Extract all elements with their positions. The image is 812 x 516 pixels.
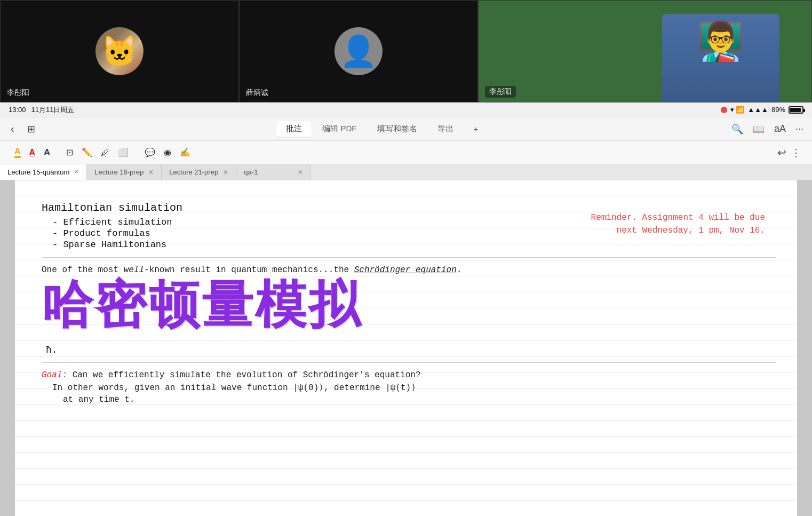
annotation-bar: A A A ⊡ ✏️ 🖊 ⬜ 💬 ◉ ✍: [0, 141, 812, 164]
search-button[interactable]: 🔍: [729, 121, 745, 137]
status-right: ▾ 📶 ▲▲▲ 89%: [721, 106, 803, 114]
participant-panel-1: 李彤阳: [0, 0, 239, 102]
doc-reminder: Reminder. Assignment 4 will be due next …: [591, 211, 765, 237]
doc-tab-lecture16-label: Lecture 16-prep: [94, 168, 144, 176]
wifi-signal: ▲▲▲: [747, 106, 768, 114]
grid-view-button[interactable]: ⊞: [23, 121, 39, 137]
camera-background: NOTE ~ψ(t)→ ∫ dτ 👨‍🏫: [479, 1, 811, 102]
doc-reminder-line2: next Wednesday, 1 pm, Nov 16.: [591, 224, 765, 237]
doc-body-text: One of the most well-known result in qua…: [42, 265, 776, 275]
wifi-icon: ▾ 📶: [730, 106, 745, 114]
text-highlight-yellow-button[interactable]: A: [11, 144, 25, 161]
eraser-icon: ⬜: [118, 147, 129, 157]
insert-box-icon: ⊡: [66, 147, 73, 157]
speech-bubble-icon: 💬: [145, 147, 155, 157]
doc-reminder-line1: Reminder. Assignment 4 will be due: [591, 211, 765, 224]
goal-text: Can we efficiently simulate the evolutio…: [73, 370, 421, 380]
back-icon: ‹: [11, 123, 14, 135]
record-indicator: [721, 107, 727, 113]
eraser-button[interactable]: ⬜: [114, 145, 132, 160]
doc-separator-1: [42, 257, 776, 258]
avatar-gray-image: [335, 27, 383, 75]
doc-right-margin: [797, 180, 812, 516]
book-button[interactable]: 📖: [751, 121, 767, 137]
text-yellow-icon: A: [14, 147, 21, 158]
text-size-label: aA: [774, 123, 786, 134]
tab-export[interactable]: 导出: [428, 121, 463, 137]
search-icon: 🔍: [731, 124, 743, 134]
doc-tab-lecture21-close[interactable]: ✕: [223, 169, 228, 176]
doc-tab-lecture15-label: Lecture 15-quantum: [7, 168, 69, 176]
doc-tab-lecture15[interactable]: Lecture 15-quantum ✕: [0, 164, 87, 180]
toolbar-tabs: 批注 编辑 PDF 填写和签名 导出 +: [44, 121, 721, 137]
pencil-button[interactable]: ✏️: [78, 145, 96, 160]
doc-area: Hamiltonian simulation - Efficient simul…: [0, 180, 812, 516]
more-button[interactable]: ···: [793, 121, 806, 137]
text-size-button[interactable]: aA: [772, 121, 788, 137]
status-time: 13:00: [9, 106, 26, 114]
avatar-1: [95, 27, 144, 75]
toolbar-right: 🔍 📖 aA ···: [729, 121, 806, 137]
doc-goal-line: Goal: Can we efficiently simulate the ev…: [42, 370, 776, 380]
doc-tabs: Lecture 15-quantum ✕ Lecture 16-prep ✕ L…: [0, 164, 812, 180]
video-bar: 李彤阳 薛炳诚 NOTE ~ψ(t)→ ∫ dτ 👨‍🏫 李彤阳: [0, 0, 812, 102]
tab-annotate[interactable]: 批注: [276, 121, 312, 137]
text-underline-button[interactable]: A: [26, 145, 39, 160]
doc-separator-2: [42, 362, 776, 363]
back-button[interactable]: ‹: [6, 121, 19, 137]
tab-fill-sign[interactable]: 填写和签名: [368, 121, 427, 137]
doc-content: Hamiltonian simulation - Efficient simul…: [42, 196, 776, 404]
highlighter-button[interactable]: 🖊: [97, 145, 113, 160]
doc-tab-qa1-label: qa-1: [244, 168, 258, 176]
app-toolbar: ‹ ⊞ 批注 编辑 PDF 填写和签名 导出 + 🔍 📖 aA ···: [0, 117, 812, 141]
doc-tab-lecture16[interactable]: Lecture 16-prep ✕: [87, 164, 162, 180]
participant-panel-3: NOTE ~ψ(t)→ ∫ dτ 👨‍🏫 李彤阳: [478, 0, 812, 102]
stamp-annotation-group: 💬 ◉ ✍: [141, 145, 194, 160]
doc-page: Hamiltonian simulation - Efficient simul…: [15, 180, 797, 516]
highlighter-icon: 🖊: [101, 148, 109, 157]
book-icon: 📖: [753, 124, 765, 134]
status-bar: 13:00 11月11日周五 ▾ 📶 ▲▲▲ 89%: [0, 102, 812, 117]
insert-box-button[interactable]: ⊡: [62, 145, 77, 160]
doc-tab-lecture16-close[interactable]: ✕: [148, 169, 154, 176]
battery-icon: [789, 106, 803, 114]
signature-button[interactable]: ✍: [176, 145, 194, 160]
doc-body2: In other words, given an initial wave fu…: [52, 382, 776, 393]
goal-label: Goal:: [42, 370, 67, 380]
avatar-cat-image: [95, 27, 144, 75]
chinese-overlay-container: 哈密顿量模拟 ħ.: [42, 279, 776, 355]
text-red-icon: A: [29, 148, 36, 157]
doc-bullet-3: - Sparse Hamiltonians: [52, 240, 776, 250]
text-strike-icon: A: [44, 148, 50, 157]
doc-tab-lecture21[interactable]: Lecture 21-prep ✕: [162, 164, 236, 180]
stamp-icon: ◉: [164, 147, 171, 157]
text-annotation-group: A A A: [11, 144, 54, 161]
status-date: 11月11日周五: [31, 105, 75, 115]
small-letter-r: ħ.: [46, 345, 58, 355]
more-icon: ···: [795, 123, 803, 134]
tab-edit-pdf[interactable]: 编辑 PDF: [313, 121, 366, 137]
participant-panel-2: 薛炳诚: [239, 0, 478, 102]
status-left: 13:00 11月11日周五: [9, 105, 74, 115]
pencil-icon: ✏️: [82, 147, 92, 157]
undo-button[interactable]: ↩: [777, 146, 786, 159]
undo-icon: ↩: [777, 147, 786, 158]
signature-icon: ✍: [180, 147, 190, 157]
doc-tab-lecture21-label: Lecture 21-prep: [169, 168, 218, 176]
doc-tab-lecture15-close[interactable]: ✕: [74, 168, 79, 176]
more-annot-button[interactable]: ⋮: [791, 146, 801, 159]
doc-tab-qa1-close[interactable]: ✕: [298, 169, 303, 176]
grid-icon: ⊞: [27, 123, 35, 135]
more-annot-icon: ⋮: [791, 147, 801, 158]
annotation-right: ↩ ⋮: [777, 146, 801, 159]
speech-bubble-button[interactable]: 💬: [141, 145, 159, 160]
doc-tab-qa1[interactable]: qa-1 ✕: [236, 164, 311, 180]
stamp-button[interactable]: ◉: [160, 145, 175, 160]
draw-annotation-group: ⊡ ✏️ 🖊 ⬜: [62, 145, 132, 160]
tab-add[interactable]: +: [464, 121, 488, 137]
doc-left-margin: [0, 180, 15, 516]
text-strikethrough-button[interactable]: A: [40, 145, 54, 160]
doc-body3: at any time t.: [63, 395, 776, 404]
participant-name-1: 李彤阳: [7, 88, 29, 98]
chinese-overlay-text: 哈密顿量模拟: [42, 279, 776, 330]
